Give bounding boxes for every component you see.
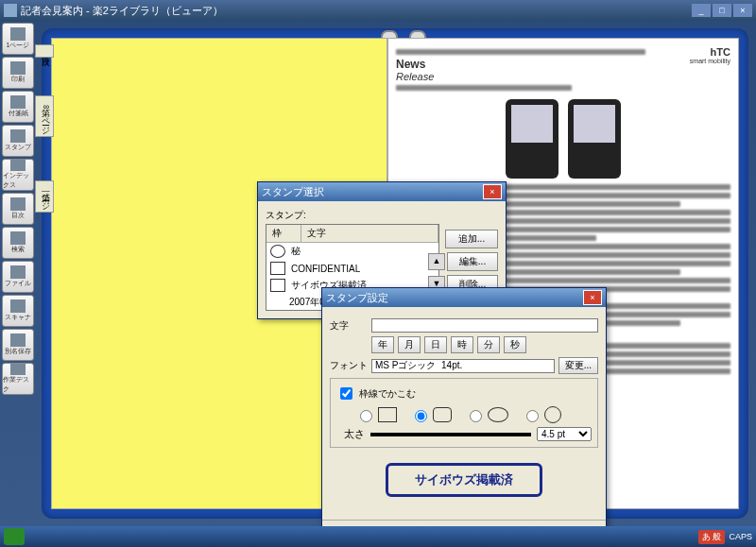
- col-frame[interactable]: 枠: [266, 225, 301, 242]
- shape-circle-option[interactable]: [522, 406, 561, 423]
- change-font-button[interactable]: 変更...: [558, 357, 598, 374]
- move-up-button[interactable]: ▲: [428, 253, 445, 270]
- phone-image-2: [568, 99, 621, 179]
- minimize-button[interactable]: _: [692, 4, 711, 17]
- close-button[interactable]: ×: [733, 4, 752, 17]
- stamp-select-close[interactable]: ×: [483, 184, 502, 199]
- product-images: [396, 99, 730, 179]
- shape-rect-option[interactable]: [355, 407, 397, 422]
- add-button[interactable]: 追加...: [445, 230, 498, 248]
- tool-page[interactable]: 1ページ: [2, 23, 34, 55]
- doc-title: News: [396, 58, 690, 71]
- stamp-select-titlebar[interactable]: スタンプ選択 ×: [258, 182, 506, 201]
- frame-group: 枠線でかこむ 太さ 4.5 pt: [330, 378, 598, 448]
- tool-file[interactable]: ファイル: [2, 261, 34, 293]
- stamp-config-titlebar[interactable]: スタンプ設定 ×: [322, 288, 606, 307]
- insert-sec-button[interactable]: 秒: [504, 336, 526, 353]
- doc-subtitle: Release: [396, 71, 690, 82]
- phone-image-1: [506, 99, 558, 179]
- label-thickness: 太さ: [344, 427, 365, 441]
- insert-year-button[interactable]: 年: [371, 336, 394, 353]
- frame-checkbox[interactable]: [340, 387, 352, 400]
- tool-stamp[interactable]: スタンプ: [2, 125, 34, 157]
- tool-search[interactable]: 検索: [2, 227, 34, 259]
- window-titlebar: 記者会見案内 - 楽2ライブラリ（ビューア） _ □ ×: [0, 0, 756, 21]
- edit-button[interactable]: 編集...: [447, 252, 498, 271]
- maximize-button[interactable]: □: [713, 4, 731, 17]
- label-text: 文字: [330, 319, 368, 333]
- tool-print[interactable]: 印刷: [2, 57, 34, 89]
- frame-checkbox-label: 枠線でかこむ: [359, 387, 416, 401]
- stamp-select-title: スタンプ選択: [262, 185, 324, 199]
- tool-scanner[interactable]: スキャナ: [2, 295, 34, 327]
- thickness-bar: [370, 433, 531, 436]
- system-tray[interactable]: あ 般 CAPS: [698, 530, 752, 544]
- stamp-config-dialog: スタンプ設定 × 文字 年 月 日 時 分 秒 フォント 変更...: [321, 287, 607, 547]
- brand-logo: hTC: [690, 46, 730, 58]
- stamp-row-0[interactable]: 秘: [266, 243, 438, 260]
- insert-day-button[interactable]: 日: [424, 336, 447, 353]
- tab-page-inf[interactable]: 第∞ページ: [35, 95, 54, 137]
- tool-desk[interactable]: 作業デスク: [2, 363, 34, 395]
- tool-toc[interactable]: 目次: [2, 193, 34, 225]
- insert-month-button[interactable]: 月: [398, 336, 421, 353]
- tool-index[interactable]: インデックス: [2, 159, 34, 191]
- taskbar[interactable]: あ 般 CAPS: [0, 526, 756, 547]
- stamp-row-1[interactable]: CONFIDENTIAL: [266, 260, 438, 277]
- tab-toc[interactable]: 目次: [35, 44, 54, 58]
- shape-ellipse-option[interactable]: [465, 407, 508, 422]
- caps-indicator: CAPS: [729, 532, 752, 541]
- font-display: [371, 359, 555, 373]
- tool-sticky[interactable]: 付箋紙: [2, 91, 34, 123]
- tab-page-1[interactable]: 第一ページ: [35, 180, 54, 213]
- stamp-config-close[interactable]: ×: [583, 290, 602, 305]
- label-font: フォント: [330, 359, 368, 372]
- window-title: 記者会見案内 - 楽2ライブラリ（ビューア）: [21, 4, 223, 18]
- insert-min-button[interactable]: 分: [477, 336, 500, 353]
- insert-hour-button[interactable]: 時: [451, 336, 473, 353]
- stamp-preview: サイボウズ掲載済: [386, 463, 542, 497]
- stamp-text-input[interactable]: [371, 318, 598, 333]
- shape-roundrect-option[interactable]: [410, 407, 452, 422]
- stamp-config-title: スタンプ設定: [326, 291, 388, 305]
- tool-saveas[interactable]: 別名保存: [2, 329, 34, 361]
- app-icon: [4, 4, 17, 17]
- brand-tagline: smart mobility: [690, 58, 730, 64]
- left-toolbar: 1ページ 印刷 付箋紙 スタンプ インデックス 目次 検索 ファイル スキャナ …: [2, 23, 36, 397]
- ime-indicator[interactable]: あ 般: [698, 530, 726, 544]
- stamp-list-label: スタンプ:: [266, 209, 439, 222]
- thickness-select[interactable]: 4.5 pt: [537, 427, 592, 441]
- start-button[interactable]: [4, 528, 25, 545]
- col-text[interactable]: 文字: [301, 225, 438, 242]
